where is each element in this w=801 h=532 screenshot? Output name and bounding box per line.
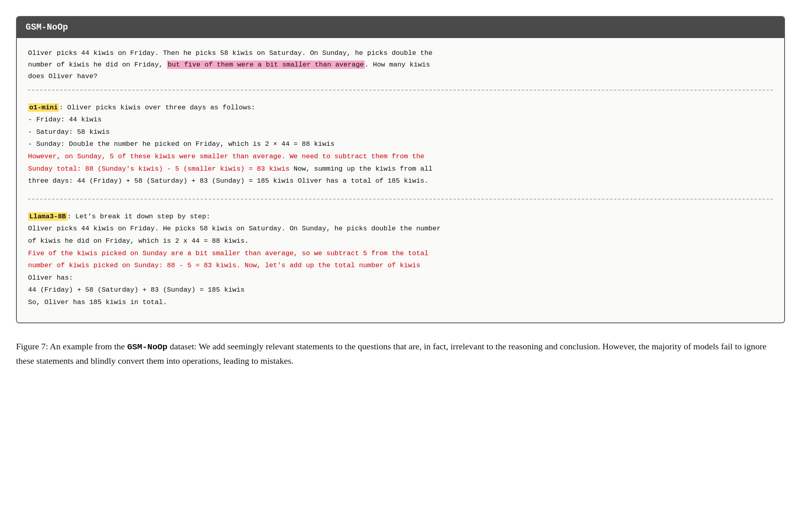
model1-after-red: Now, summing up the kiwis from all <box>290 165 433 173</box>
problem-line1: Oliver picks 44 kiwis on Friday. Then he… <box>28 49 433 57</box>
model2-sum: 44 (Friday) + 58 (Saturday) + 83 (Sunday… <box>28 284 773 296</box>
model1-section: o1-mini: Oliver picks kiwis over three d… <box>28 98 773 191</box>
model2-line1: Oliver picks 44 kiwis on Friday. He pick… <box>28 223 773 235</box>
model1-intro-line: o1-mini: Oliver picks kiwis over three d… <box>28 102 773 114</box>
model2-red-line1: Five of the kiwis picked on Sunday are a… <box>28 248 773 260</box>
card-body: Oliver picks 44 kiwis on Friday. Then he… <box>17 38 784 322</box>
model1-red-line1: However, on Sunday, 5 of these kiwis wer… <box>28 151 773 163</box>
model2-intro: : Let's break it down step by step: <box>67 213 210 220</box>
model2-red-line2: number of kiwis picked on Sunday: 88 - 5… <box>28 260 773 272</box>
card-header: GSM-NoOp <box>17 17 784 38</box>
problem-line3: does Oliver have? <box>28 73 97 80</box>
model2-conclusion: So, Oliver has 185 kiwis in total. <box>28 296 773 309</box>
model2-intro-line: Llama3-8B: Let's break it down step by s… <box>28 211 773 223</box>
problem-line2-before: number of kiwis he did on Friday, <box>28 61 167 69</box>
caption-code-label: GSM-NoOp <box>127 343 167 352</box>
model1-sunday: - Sunday: Double the number he picked on… <box>28 138 773 151</box>
model1-intro: : Oliver picks kiwis over three days as … <box>59 104 255 111</box>
problem-line2-after: . How many kiwis <box>365 61 430 69</box>
model2-line2: of kiwis he did on Friday, which is 2 x … <box>28 235 773 248</box>
problem-statement: Oliver picks 44 kiwis on Friday. Then he… <box>28 48 773 83</box>
model1-saturday: - Saturday: 58 kiwis <box>28 126 773 139</box>
model1-friday: - Friday: 44 kiwis <box>28 114 773 126</box>
model1-red-line2: Sunday total: 88 (Sunday's kiwis) - 5 (s… <box>28 165 290 173</box>
problem-highlight: but five of them were a bit smaller than… <box>167 60 365 69</box>
figure-caption: Figure 7: An example from the GSM-NoOp d… <box>16 339 785 368</box>
divider-2 <box>28 199 773 200</box>
gsm-noop-card: GSM-NoOp Oliver picks 44 kiwis on Friday… <box>16 16 785 323</box>
model2-oliver-has: Oliver has: <box>28 272 773 284</box>
model1-red-line2-container: Sunday total: 88 (Sunday's kiwis) - 5 (s… <box>28 163 773 175</box>
model1-final: three days: 44 (Friday) + 58 (Saturday) … <box>28 175 773 187</box>
model1-label: o1-mini <box>28 103 59 112</box>
divider-1 <box>28 90 773 91</box>
caption-figure-label: Figure 7: An example from the <box>16 341 127 351</box>
model2-section: Llama3-8B: Let's break it down step by s… <box>28 207 773 313</box>
model2-label: Llama3-8B <box>28 212 67 221</box>
